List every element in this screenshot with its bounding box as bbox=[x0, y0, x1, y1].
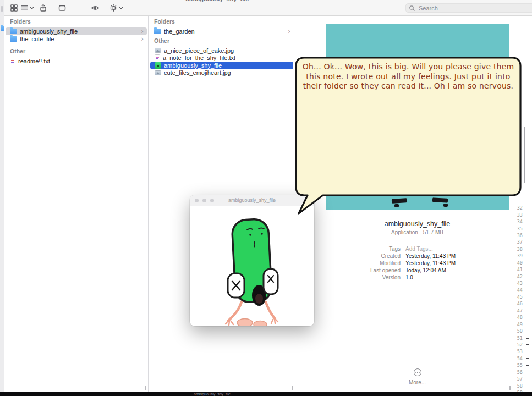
gear-icon bbox=[109, 4, 118, 12]
more-ellipsis-icon[interactable] bbox=[414, 369, 421, 376]
info-label-modified: Modified bbox=[326, 260, 401, 267]
folder-row-the-cute-file[interactable]: the_cute_file › bbox=[6, 35, 147, 43]
folder-icon bbox=[10, 29, 17, 34]
info-value-last-opened: Today, 12:04 AM bbox=[405, 267, 509, 274]
chevron-right-icon: › bbox=[288, 29, 290, 34]
share-icon bbox=[39, 4, 47, 12]
list-view-icon bbox=[20, 4, 29, 12]
column-resize-handle[interactable] bbox=[292, 386, 294, 391]
app-file-icon bbox=[155, 62, 161, 69]
search-icon bbox=[409, 5, 415, 12]
image-file-icon bbox=[155, 48, 161, 53]
scrollbar-thumb[interactable] bbox=[524, 127, 525, 183]
column-resize-handle[interactable] bbox=[145, 386, 147, 391]
row-label: readme!!.txt bbox=[18, 58, 50, 64]
chevron-down-icon bbox=[30, 6, 34, 10]
background-window-title: ambiguously_shy_file bbox=[194, 392, 231, 396]
row-label: the_cute_file bbox=[20, 36, 54, 42]
folders-section-header: Folders bbox=[149, 18, 295, 25]
screen: ambiguously_shy_file Folders ambiguously… bbox=[0, 0, 532, 396]
info-value-version: 1.0 bbox=[405, 274, 509, 281]
row-label: the_garden bbox=[164, 28, 195, 35]
row-label: a_note_for_the_shy_file.txt bbox=[163, 54, 235, 61]
row-label: ambiguously_shy_file bbox=[20, 28, 78, 35]
text-file-icon bbox=[155, 54, 160, 61]
row-label: cute_files_emojiheart.jpg bbox=[164, 69, 231, 76]
add-tags-field[interactable]: Add Tags... bbox=[405, 245, 509, 252]
file-row-readme-txt[interactable]: readme!!.txt bbox=[6, 57, 147, 65]
editor-line-numbers: 3233343536373839404142434445464748495051… bbox=[512, 205, 532, 396]
background-dark-window-edge: ambiguously_shy_file bbox=[0, 392, 532, 396]
list-view-button[interactable] bbox=[20, 2, 34, 13]
window-title: ambiguously_shy_file bbox=[182, 0, 253, 3]
actions-button[interactable] bbox=[109, 2, 123, 13]
chevron-right-icon: › bbox=[141, 29, 144, 34]
grid-view-button[interactable] bbox=[10, 2, 18, 13]
folder-row-the-garden[interactable]: the_garden › bbox=[150, 28, 294, 35]
grid-view-icon bbox=[10, 4, 18, 12]
chevron-down-icon bbox=[119, 6, 123, 10]
search-input[interactable] bbox=[418, 4, 524, 12]
eye-icon bbox=[91, 4, 100, 12]
text-file-icon bbox=[10, 58, 15, 64]
finder-column-1: Folders ambiguously_shy_file › the_cute_… bbox=[4, 15, 149, 392]
other-section-header: Other bbox=[4, 48, 148, 55]
info-label-created: Created bbox=[326, 252, 401, 260]
folders-section-header: Folders bbox=[4, 18, 148, 25]
image-file-icon bbox=[155, 70, 161, 75]
shy-file-character-image bbox=[211, 213, 293, 326]
column-resize-handle[interactable] bbox=[509, 386, 512, 391]
more-button[interactable]: More... bbox=[326, 380, 509, 386]
folder-icon bbox=[10, 36, 17, 42]
preview-file-name: ambiguously_shy_file bbox=[326, 220, 509, 228]
quick-look-button[interactable] bbox=[91, 2, 100, 13]
folder-row-ambiguously-shy-file[interactable]: ambiguously_shy_file › bbox=[6, 28, 147, 35]
preview-file-meta: Application - 51.7 MB bbox=[326, 229, 509, 235]
shy-file-window-content bbox=[190, 206, 314, 326]
file-row-ambiguously-shy-file[interactable]: ambiguously_shy_file bbox=[150, 62, 293, 69]
more-section: More... bbox=[326, 369, 509, 386]
new-window-button[interactable] bbox=[58, 2, 67, 13]
file-row-a-note-for-the-shy-file[interactable]: a_note_for_the_shy_file.txt bbox=[150, 54, 293, 62]
other-section-header: Other bbox=[149, 37, 295, 45]
row-label: ambiguously_shy_file bbox=[164, 62, 222, 69]
speech-bubble-text: Oh... Ok... Wow, this is big. Will you p… bbox=[302, 62, 514, 91]
folder-icon bbox=[154, 29, 161, 34]
file-row-a-nice-piece-of-cake[interactable]: a_nice_piece_of_cake.jpg bbox=[150, 47, 293, 54]
info-value-modified: Yesterday, 11:43 PM bbox=[405, 260, 509, 267]
info-label-tags: Tags bbox=[326, 245, 401, 252]
share-button[interactable] bbox=[39, 2, 47, 13]
file-row-cute-files-emojiheart[interactable]: cute_files_emojiheart.jpg bbox=[150, 69, 293, 77]
window-outline-icon bbox=[58, 4, 67, 12]
info-value-created: Yesterday, 11:43 PM bbox=[405, 252, 509, 260]
speech-bubble-window: Oh... Ok... Wow, this is big. Will you p… bbox=[293, 55, 523, 217]
info-label-version: Version bbox=[326, 274, 401, 281]
info-label-last-opened: Last opened bbox=[326, 267, 401, 274]
chevron-right-icon: › bbox=[141, 36, 144, 42]
file-info-grid: Tags Add Tags... Created Yesterday, 11:4… bbox=[326, 245, 509, 281]
row-label: a_nice_piece_of_cake.jpg bbox=[164, 47, 234, 54]
background-icon-sliver bbox=[1, 6, 3, 12]
search-field[interactable] bbox=[405, 3, 532, 13]
finder-toolbar bbox=[4, 0, 532, 16]
